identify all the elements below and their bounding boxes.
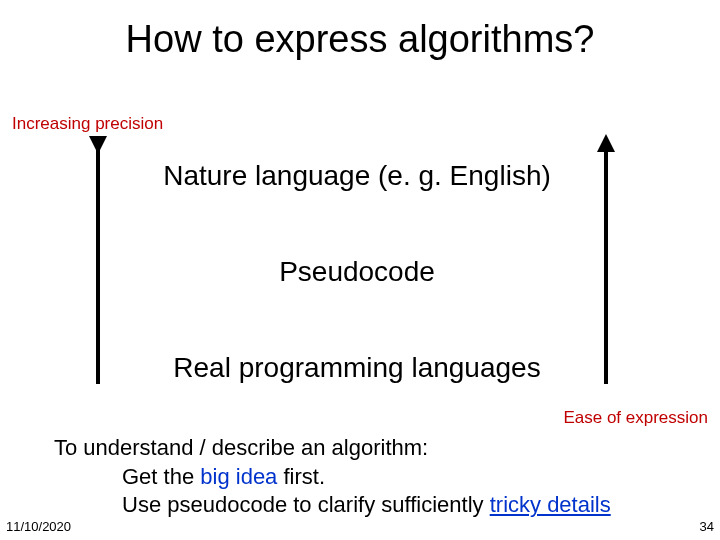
desc-line-2: Get the big idea first. — [54, 463, 611, 492]
level-real-languages: Real programming languages — [122, 352, 592, 384]
big-idea-text: big idea — [200, 464, 277, 489]
desc-text: first. — [277, 464, 325, 489]
tricky-details-text: tricky details — [490, 492, 611, 517]
footer-page-number: 34 — [700, 519, 714, 534]
description-block: To understand / describe an algorithm: G… — [54, 434, 611, 520]
slide-title: How to express algorithms? — [0, 0, 720, 61]
desc-line-3: Use pseudocode to clarify sufficiently t… — [54, 491, 611, 520]
footer-date: 11/10/2020 — [6, 519, 71, 534]
ease-label: Ease of expression — [563, 408, 708, 428]
desc-text: Use pseudocode to clarify sufficiently — [122, 492, 490, 517]
level-natural-language: Nature language (e. g. English) — [122, 160, 592, 192]
desc-text: Get the — [122, 464, 200, 489]
desc-line-1: To understand / describe an algorithm: — [54, 434, 611, 463]
level-pseudocode: Pseudocode — [122, 256, 592, 288]
precision-label: Increasing precision — [12, 114, 163, 134]
